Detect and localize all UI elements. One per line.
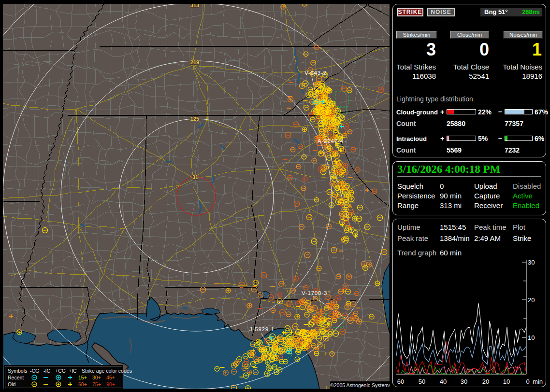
svg-text:10: 10 [528,334,535,341]
svg-text:-: - [345,138,347,143]
svg-text:v: v [326,71,328,76]
svg-text:30: 30 [461,378,467,385]
svg-text:50: 50 [419,378,425,385]
svg-text:A-2247-4: A-2247-4 [318,138,344,144]
svg-text:20: 20 [528,296,535,304]
svg-text:0: 0 [526,378,529,385]
svg-text:31: 31 [192,174,198,180]
svg-text:20: 20 [482,378,489,385]
svg-text:125: 125 [190,116,199,122]
svg-text:J-5929-1: J-5929-1 [249,326,275,332]
svg-text:10: 10 [503,378,510,385]
svg-text:30: 30 [528,259,535,266]
svg-text:min: min [533,378,543,385]
svg-text:313: 313 [190,4,199,8]
svg-text:60: 60 [397,378,404,385]
svg-text:V-643-2: V-643-2 [304,70,327,76]
svg-text:V-1700-3: V-1700-3 [302,290,327,296]
svg-text:40: 40 [440,378,447,385]
svg-text:219: 219 [190,59,199,65]
svg-text:^: ^ [328,290,330,295]
